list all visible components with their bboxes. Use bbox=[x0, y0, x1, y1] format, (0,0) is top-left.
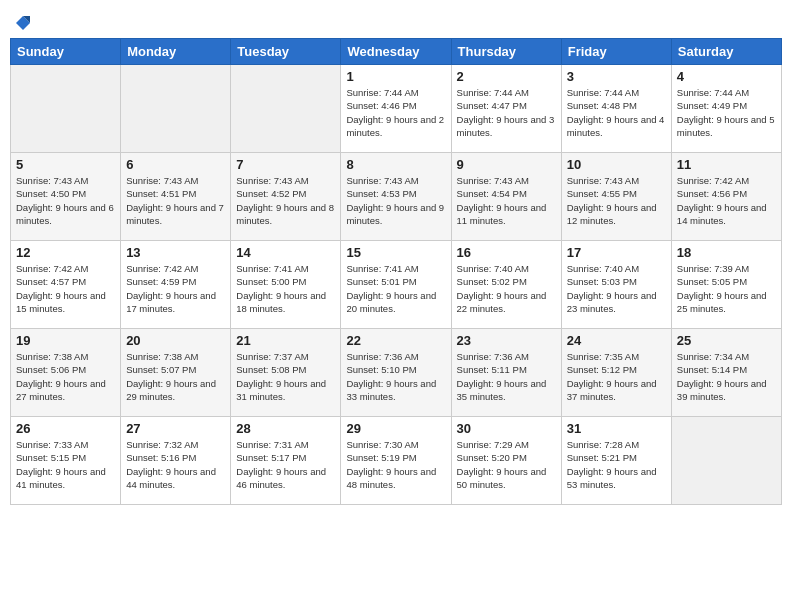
logo-icon bbox=[16, 16, 30, 30]
page: SundayMondayTuesdayWednesdayThursdayFrid… bbox=[0, 0, 792, 612]
day-info: Sunrise: 7:33 AM Sunset: 5:15 PM Dayligh… bbox=[16, 438, 115, 491]
day-info: Sunrise: 7:34 AM Sunset: 5:14 PM Dayligh… bbox=[677, 350, 776, 403]
weekday-header: Wednesday bbox=[341, 39, 451, 65]
calendar-cell: 26Sunrise: 7:33 AM Sunset: 5:15 PM Dayli… bbox=[11, 417, 121, 505]
weekday-header: Thursday bbox=[451, 39, 561, 65]
day-number: 9 bbox=[457, 157, 556, 172]
day-info: Sunrise: 7:39 AM Sunset: 5:05 PM Dayligh… bbox=[677, 262, 776, 315]
day-number: 17 bbox=[567, 245, 666, 260]
day-info: Sunrise: 7:43 AM Sunset: 4:53 PM Dayligh… bbox=[346, 174, 445, 227]
day-number: 12 bbox=[16, 245, 115, 260]
weekday-header: Friday bbox=[561, 39, 671, 65]
calendar-cell: 8Sunrise: 7:43 AM Sunset: 4:53 PM Daylig… bbox=[341, 153, 451, 241]
calendar-cell: 16Sunrise: 7:40 AM Sunset: 5:02 PM Dayli… bbox=[451, 241, 561, 329]
calendar-cell: 14Sunrise: 7:41 AM Sunset: 5:00 PM Dayli… bbox=[231, 241, 341, 329]
day-number: 19 bbox=[16, 333, 115, 348]
day-number: 24 bbox=[567, 333, 666, 348]
calendar-cell: 21Sunrise: 7:37 AM Sunset: 5:08 PM Dayli… bbox=[231, 329, 341, 417]
day-number: 15 bbox=[346, 245, 445, 260]
calendar-cell: 7Sunrise: 7:43 AM Sunset: 4:52 PM Daylig… bbox=[231, 153, 341, 241]
logo-text bbox=[14, 14, 30, 30]
day-info: Sunrise: 7:43 AM Sunset: 4:50 PM Dayligh… bbox=[16, 174, 115, 227]
day-number: 5 bbox=[16, 157, 115, 172]
calendar-week-row: 12Sunrise: 7:42 AM Sunset: 4:57 PM Dayli… bbox=[11, 241, 782, 329]
day-info: Sunrise: 7:42 AM Sunset: 4:56 PM Dayligh… bbox=[677, 174, 776, 227]
day-number: 26 bbox=[16, 421, 115, 436]
calendar-cell bbox=[671, 417, 781, 505]
day-info: Sunrise: 7:44 AM Sunset: 4:48 PM Dayligh… bbox=[567, 86, 666, 139]
calendar-cell: 15Sunrise: 7:41 AM Sunset: 5:01 PM Dayli… bbox=[341, 241, 451, 329]
calendar-cell: 11Sunrise: 7:42 AM Sunset: 4:56 PM Dayli… bbox=[671, 153, 781, 241]
day-number: 10 bbox=[567, 157, 666, 172]
calendar-cell bbox=[11, 65, 121, 153]
calendar-cell: 29Sunrise: 7:30 AM Sunset: 5:19 PM Dayli… bbox=[341, 417, 451, 505]
day-info: Sunrise: 7:35 AM Sunset: 5:12 PM Dayligh… bbox=[567, 350, 666, 403]
day-number: 3 bbox=[567, 69, 666, 84]
day-info: Sunrise: 7:31 AM Sunset: 5:17 PM Dayligh… bbox=[236, 438, 335, 491]
day-number: 30 bbox=[457, 421, 556, 436]
day-info: Sunrise: 7:36 AM Sunset: 5:11 PM Dayligh… bbox=[457, 350, 556, 403]
day-info: Sunrise: 7:43 AM Sunset: 4:52 PM Dayligh… bbox=[236, 174, 335, 227]
day-info: Sunrise: 7:36 AM Sunset: 5:10 PM Dayligh… bbox=[346, 350, 445, 403]
calendar-week-row: 5Sunrise: 7:43 AM Sunset: 4:50 PM Daylig… bbox=[11, 153, 782, 241]
calendar-cell: 1Sunrise: 7:44 AM Sunset: 4:46 PM Daylig… bbox=[341, 65, 451, 153]
day-number: 16 bbox=[457, 245, 556, 260]
day-number: 14 bbox=[236, 245, 335, 260]
day-number: 20 bbox=[126, 333, 225, 348]
day-number: 13 bbox=[126, 245, 225, 260]
calendar-cell: 23Sunrise: 7:36 AM Sunset: 5:11 PM Dayli… bbox=[451, 329, 561, 417]
day-number: 29 bbox=[346, 421, 445, 436]
calendar-cell: 6Sunrise: 7:43 AM Sunset: 4:51 PM Daylig… bbox=[121, 153, 231, 241]
day-number: 18 bbox=[677, 245, 776, 260]
weekday-header: Saturday bbox=[671, 39, 781, 65]
calendar-cell: 31Sunrise: 7:28 AM Sunset: 5:21 PM Dayli… bbox=[561, 417, 671, 505]
day-number: 23 bbox=[457, 333, 556, 348]
logo bbox=[14, 14, 30, 30]
day-info: Sunrise: 7:44 AM Sunset: 4:46 PM Dayligh… bbox=[346, 86, 445, 139]
calendar-cell: 2Sunrise: 7:44 AM Sunset: 4:47 PM Daylig… bbox=[451, 65, 561, 153]
day-info: Sunrise: 7:44 AM Sunset: 4:47 PM Dayligh… bbox=[457, 86, 556, 139]
calendar-cell: 22Sunrise: 7:36 AM Sunset: 5:10 PM Dayli… bbox=[341, 329, 451, 417]
day-info: Sunrise: 7:42 AM Sunset: 4:57 PM Dayligh… bbox=[16, 262, 115, 315]
day-info: Sunrise: 7:44 AM Sunset: 4:49 PM Dayligh… bbox=[677, 86, 776, 139]
day-number: 11 bbox=[677, 157, 776, 172]
calendar-cell: 10Sunrise: 7:43 AM Sunset: 4:55 PM Dayli… bbox=[561, 153, 671, 241]
calendar-cell: 4Sunrise: 7:44 AM Sunset: 4:49 PM Daylig… bbox=[671, 65, 781, 153]
day-info: Sunrise: 7:38 AM Sunset: 5:06 PM Dayligh… bbox=[16, 350, 115, 403]
calendar-cell: 25Sunrise: 7:34 AM Sunset: 5:14 PM Dayli… bbox=[671, 329, 781, 417]
day-info: Sunrise: 7:29 AM Sunset: 5:20 PM Dayligh… bbox=[457, 438, 556, 491]
day-info: Sunrise: 7:37 AM Sunset: 5:08 PM Dayligh… bbox=[236, 350, 335, 403]
weekday-header: Sunday bbox=[11, 39, 121, 65]
calendar-week-row: 1Sunrise: 7:44 AM Sunset: 4:46 PM Daylig… bbox=[11, 65, 782, 153]
calendar-cell bbox=[121, 65, 231, 153]
day-info: Sunrise: 7:38 AM Sunset: 5:07 PM Dayligh… bbox=[126, 350, 225, 403]
day-number: 1 bbox=[346, 69, 445, 84]
weekday-header: Tuesday bbox=[231, 39, 341, 65]
day-info: Sunrise: 7:40 AM Sunset: 5:03 PM Dayligh… bbox=[567, 262, 666, 315]
day-info: Sunrise: 7:32 AM Sunset: 5:16 PM Dayligh… bbox=[126, 438, 225, 491]
day-info: Sunrise: 7:28 AM Sunset: 5:21 PM Dayligh… bbox=[567, 438, 666, 491]
day-info: Sunrise: 7:43 AM Sunset: 4:55 PM Dayligh… bbox=[567, 174, 666, 227]
day-info: Sunrise: 7:43 AM Sunset: 4:51 PM Dayligh… bbox=[126, 174, 225, 227]
calendar-cell: 19Sunrise: 7:38 AM Sunset: 5:06 PM Dayli… bbox=[11, 329, 121, 417]
day-info: Sunrise: 7:30 AM Sunset: 5:19 PM Dayligh… bbox=[346, 438, 445, 491]
calendar-cell: 9Sunrise: 7:43 AM Sunset: 4:54 PM Daylig… bbox=[451, 153, 561, 241]
day-number: 22 bbox=[346, 333, 445, 348]
day-number: 31 bbox=[567, 421, 666, 436]
calendar-header-row: SundayMondayTuesdayWednesdayThursdayFrid… bbox=[11, 39, 782, 65]
calendar-cell: 17Sunrise: 7:40 AM Sunset: 5:03 PM Dayli… bbox=[561, 241, 671, 329]
day-number: 27 bbox=[126, 421, 225, 436]
day-number: 7 bbox=[236, 157, 335, 172]
calendar-cell: 12Sunrise: 7:42 AM Sunset: 4:57 PM Dayli… bbox=[11, 241, 121, 329]
calendar-week-row: 26Sunrise: 7:33 AM Sunset: 5:15 PM Dayli… bbox=[11, 417, 782, 505]
day-info: Sunrise: 7:41 AM Sunset: 5:00 PM Dayligh… bbox=[236, 262, 335, 315]
day-info: Sunrise: 7:43 AM Sunset: 4:54 PM Dayligh… bbox=[457, 174, 556, 227]
day-number: 28 bbox=[236, 421, 335, 436]
header bbox=[10, 10, 782, 30]
calendar-cell: 24Sunrise: 7:35 AM Sunset: 5:12 PM Dayli… bbox=[561, 329, 671, 417]
day-number: 21 bbox=[236, 333, 335, 348]
day-info: Sunrise: 7:40 AM Sunset: 5:02 PM Dayligh… bbox=[457, 262, 556, 315]
calendar-cell: 13Sunrise: 7:42 AM Sunset: 4:59 PM Dayli… bbox=[121, 241, 231, 329]
calendar-cell: 20Sunrise: 7:38 AM Sunset: 5:07 PM Dayli… bbox=[121, 329, 231, 417]
calendar-week-row: 19Sunrise: 7:38 AM Sunset: 5:06 PM Dayli… bbox=[11, 329, 782, 417]
